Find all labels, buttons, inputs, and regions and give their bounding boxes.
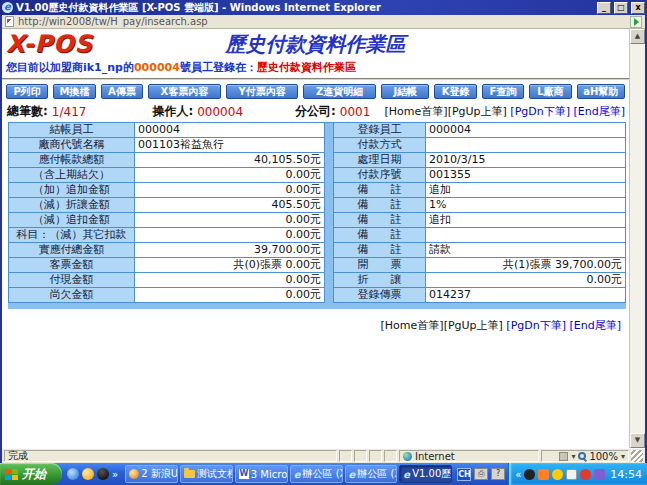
payment-check-button[interactable]: Y付票內容 — [226, 84, 299, 99]
nav-pgup[interactable]: [PgUp上筆] — [444, 319, 503, 332]
address-bar: http://win2008/tw/H_pay/insearch.asp — [2, 15, 645, 29]
globe-icon — [403, 452, 412, 461]
table-separator — [325, 122, 333, 303]
address-url[interactable]: http://win2008/tw/H_pay/insearch.asp — [18, 16, 626, 27]
ie-icon: e — [2, 2, 13, 13]
nav-pgup[interactable]: [PgUp上筆] — [448, 105, 507, 118]
status-bar: 完成 Internet ▾ 100% ▾ — [2, 448, 645, 463]
system-buttons: CH ⎙ ? — [454, 468, 508, 481]
minimize-button[interactable]: _ — [597, 2, 611, 14]
operator-value: 000004 — [197, 105, 243, 119]
shield-icon[interactable] — [559, 452, 568, 461]
branch-label: 分公司: — [295, 103, 336, 120]
table-label-cell: 廠商代號名稱 — [9, 138, 135, 153]
table-value-cell: 0.00元 — [135, 183, 325, 198]
tray-qq-red-icon[interactable] — [580, 469, 591, 480]
window-title: V1.00歷史付款資料作業區 [X-POS 雲端版] - Windows Int… — [16, 1, 594, 15]
task-label: 辦公區 (X... — [357, 467, 397, 481]
zone-label: Internet — [415, 451, 455, 462]
customer-check-button[interactable]: X客票內容 — [148, 84, 221, 99]
ie-icon: e — [349, 469, 356, 480]
nav-end[interactable]: [End尾筆] — [570, 319, 622, 332]
tray-flame-icon[interactable] — [538, 469, 549, 480]
table-value-cell: 39,700.00元 — [135, 243, 325, 258]
table-value-cell — [426, 138, 626, 153]
login-area: 歷史付款資料作業區 — [257, 61, 356, 74]
task-ie-current[interactable]: eV1.00歷... — [399, 465, 452, 483]
table-value-cell: 1% — [426, 198, 626, 213]
table-label-cell: （減）折讓金額 — [9, 198, 135, 213]
table-label-cell: （含上期結欠） — [9, 168, 135, 183]
quicklaunch-messenger-icon[interactable] — [82, 468, 94, 480]
shield-dropdown-icon[interactable]: ▾ — [571, 452, 575, 461]
table-value-cell: 40,105.50元 — [135, 153, 325, 168]
tray-sun-icon[interactable] — [552, 469, 563, 480]
task-sina-uc[interactable]: 2 新浪UC▾ — [125, 465, 178, 483]
close-button[interactable]: x — [631, 2, 645, 14]
table-value-cell: 001103裕益魚行 — [135, 138, 325, 153]
page-title: 歷史付款資料作業區 — [2, 31, 629, 58]
help-button[interactable]: aH幫助 — [577, 84, 625, 99]
quicklaunch-browser-icon[interactable] — [67, 468, 79, 480]
print-button[interactable]: P列印 — [6, 84, 48, 99]
table-label-cell: 付款方式 — [334, 138, 426, 153]
login-mid: 的 — [123, 61, 134, 74]
task-test-folder[interactable]: 测试文档 — [180, 465, 233, 483]
status-panel — [339, 450, 352, 462]
table-value-cell: 014237 — [426, 288, 626, 303]
status-panel — [369, 450, 382, 462]
switch-file-button[interactable]: M換檔 — [53, 84, 95, 99]
nav-pgdn[interactable]: [PgDn下筆] — [506, 319, 566, 332]
magnifier-icon[interactable] — [578, 452, 586, 460]
task-ie-office2[interactable]: e辦公區 (X... — [345, 465, 398, 483]
page-content: X-POS 歷史付款資料作業區 您目前以加盟商ik1_np的000004號員工登… — [2, 29, 629, 448]
tray-qq-icon[interactable] — [524, 469, 535, 480]
settle-button[interactable]: J結帳 — [381, 84, 429, 99]
quicklaunch-more-icon[interactable]: » — [112, 469, 118, 480]
tray-chevron-icon[interactable]: « — [515, 469, 521, 480]
start-label: 开始 — [22, 466, 46, 483]
purchase-detail-button[interactable]: Z進貨明細 — [303, 84, 376, 99]
language-indicator[interactable]: CH — [457, 468, 471, 481]
help-tray-icon[interactable]: ? — [491, 468, 505, 480]
table-label-cell: 結帳員工 — [9, 123, 135, 138]
resize-grip[interactable] — [631, 450, 643, 462]
table-value-cell: 2010/3/15 — [426, 153, 626, 168]
task-label: 3 Micro... — [251, 469, 288, 480]
table-value-cell: 追加 — [426, 183, 626, 198]
windows-taskbar: 开始 » 2 新浪UC▾ 测试文档 W3 Micro...▾ e辦公區 (X..… — [0, 463, 647, 485]
zoom-level[interactable]: 100% — [589, 451, 618, 462]
task-ie-office1[interactable]: e辦公區 (X... — [290, 465, 343, 483]
quicklaunch-qq-icon[interactable] — [97, 468, 109, 480]
scroll-up-icon[interactable]: ▲ — [630, 29, 645, 44]
tray-note-icon[interactable] — [566, 469, 577, 480]
nav-home[interactable]: [Home首筆] — [385, 105, 448, 118]
zoom-dropdown-icon[interactable]: ▾ — [621, 452, 625, 461]
register-button[interactable]: K登錄 — [434, 84, 476, 99]
maximize-button[interactable]: □ — [614, 2, 628, 14]
printer-icon[interactable]: ⎙ — [474, 468, 488, 480]
system-tray: « 14:54 — [508, 463, 647, 485]
task-word-group[interactable]: W3 Micro...▾ — [235, 465, 288, 483]
table-label-cell: 實應付總金額 — [9, 243, 135, 258]
nav-pgdn[interactable]: [PgDn下筆] — [510, 105, 570, 118]
tray-misc-icon[interactable] — [594, 469, 605, 480]
clock[interactable]: 14:54 — [610, 468, 642, 481]
vertical-scrollbar[interactable]: ▲ ▼ — [629, 29, 645, 448]
table-value-cell: 請款 — [426, 243, 626, 258]
record-nav-top: [Home首筆][PgUp上筆] [PgDn下筆] [End尾筆] — [385, 104, 625, 119]
table-value-cell: 0.00元 — [135, 168, 325, 183]
vendor-button[interactable]: L廠商 — [529, 84, 571, 99]
ie-icon: e — [403, 469, 410, 480]
table-label-cell: 科目：（減）其它扣款 — [9, 228, 135, 243]
query-button[interactable]: F查詢 — [482, 84, 524, 99]
branch-value: 0001 — [340, 105, 371, 119]
nav-home[interactable]: [Home首筆] — [381, 319, 444, 332]
task-label: 测试文档 — [197, 467, 233, 481]
start-button[interactable]: 开始 — [0, 463, 62, 485]
scroll-down-icon[interactable]: ▼ — [630, 433, 645, 448]
table-label-cell: 登錄傳票 — [334, 288, 426, 303]
voucher-button[interactable]: A傳票 — [101, 84, 143, 99]
nav-end[interactable]: [End尾筆] — [574, 105, 626, 118]
go-button[interactable] — [630, 16, 642, 28]
